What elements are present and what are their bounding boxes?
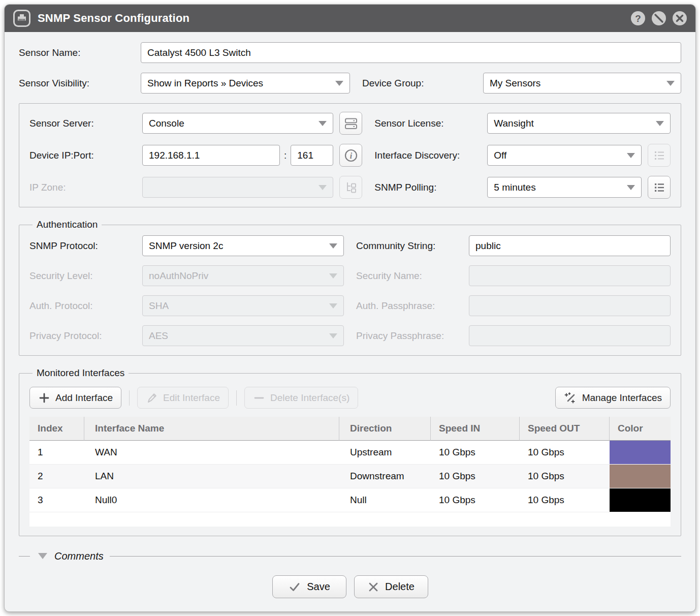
sensor-server-dropdown[interactable]: Console <box>142 113 333 134</box>
privacy-protocol-label: Privacy Protocol: <box>29 330 142 342</box>
delete-interfaces-button[interactable]: Delete Interface(s) <box>244 387 358 409</box>
checkmark-icon <box>288 580 301 594</box>
table-header-row: Index Interface Name Direction Speed IN … <box>29 417 671 441</box>
ip-zone-label: IP Zone: <box>29 182 142 193</box>
comments-section-header[interactable]: Comments <box>19 548 681 564</box>
x-icon <box>367 581 379 593</box>
delete-button[interactable]: Delete <box>354 575 428 598</box>
titlebar: SNMP Sensor Configuration ? <box>5 5 695 32</box>
list-icon <box>652 180 666 195</box>
chevron-down-icon <box>319 121 327 126</box>
snmp-sensor-configuration-dialog: SNMP Sensor Configuration ? Sensor Name: <box>4 4 696 612</box>
color-swatch <box>610 441 671 465</box>
svg-text:i: i <box>350 151 353 160</box>
magic-wand-icon <box>564 391 577 405</box>
header-index[interactable]: Index <box>29 417 84 441</box>
auth-protocol-dropdown[interactable]: SHA <box>142 295 344 316</box>
dialog-title: SNMP Sensor Configuration <box>38 12 625 25</box>
snmp-protocol-dropdown[interactable]: SNMP version 2c <box>142 235 344 256</box>
auth-passphrase-label: Auth. Passphrase: <box>356 300 469 312</box>
close-button[interactable] <box>672 11 687 26</box>
table-row[interactable]: 2 LAN Downstream 10 Gbps 10 Gbps <box>29 465 671 488</box>
sensor-license-dropdown[interactable]: Wansight <box>487 113 671 134</box>
info-button[interactable]: i <box>339 144 362 167</box>
monitored-interfaces-section: Monitored Interfaces Add Interface Edit <box>19 367 681 536</box>
help-button[interactable]: ? <box>630 11 646 26</box>
auth-protocol-label: Auth. Protocol: <box>29 300 142 312</box>
svg-text:?: ? <box>635 13 641 24</box>
sensor-visibility-label: Sensor Visibility: <box>19 78 141 89</box>
chevron-down-icon <box>329 273 337 279</box>
slashed-circle-button[interactable] <box>651 11 666 26</box>
security-name-label: Security Name: <box>356 270 469 282</box>
ip-zone-tree-button[interactable] <box>339 176 362 199</box>
table-row[interactable]: 3 Null0 Null 10 Gbps 10 Gbps <box>29 488 671 512</box>
servers-button[interactable] <box>339 112 362 135</box>
server-settings-group: Sensor Server: Console <box>19 103 681 207</box>
device-port-input[interactable] <box>291 145 333 166</box>
interface-discovery-dropdown[interactable]: Off <box>487 145 642 166</box>
security-level-dropdown[interactable]: noAuthNoPriv <box>142 265 344 286</box>
privacy-protocol-dropdown[interactable]: AES <box>142 325 344 346</box>
minus-icon <box>253 392 265 404</box>
color-swatch <box>610 488 671 512</box>
interfaces-toolbar: Add Interface Edit Interface Delete Inte… <box>29 387 671 409</box>
pencil-icon <box>146 392 158 404</box>
table-row[interactable]: 1 WAN Upstream 10 Gbps 10 Gbps <box>29 441 671 465</box>
header-speed-in[interactable]: Speed IN <box>431 417 520 441</box>
tree-icon <box>344 180 358 195</box>
interfaces-table: Index Interface Name Direction Speed IN … <box>29 417 671 527</box>
header-direction[interactable]: Direction <box>339 417 431 441</box>
chevron-down-icon <box>329 333 337 338</box>
community-string-input[interactable] <box>469 235 671 256</box>
security-name-input[interactable] <box>469 265 671 286</box>
ip-port-separator: : <box>284 150 287 161</box>
footer-buttons: Save Delete <box>19 575 681 598</box>
authentication-legend: Authentication <box>33 219 102 230</box>
sensor-visibility-dropdown[interactable]: Show in Reports » Devices <box>141 73 350 94</box>
sensor-name-input[interactable] <box>141 42 681 63</box>
header-color[interactable]: Color <box>610 417 671 441</box>
add-interface-button[interactable]: Add Interface <box>29 387 121 409</box>
toolbar-separator <box>129 390 130 406</box>
monitored-interfaces-legend: Monitored Interfaces <box>33 367 129 379</box>
info-icon: i <box>344 148 358 163</box>
snmp-protocol-label: SNMP Protocol: <box>29 240 142 252</box>
auth-passphrase-input[interactable] <box>469 295 671 316</box>
authentication-section: Authentication SNMP Protocol: SNMP versi… <box>19 219 681 356</box>
divider-line <box>110 556 681 557</box>
sensor-server-label: Sensor Server: <box>29 118 142 129</box>
discovery-list-button[interactable] <box>648 144 671 167</box>
security-level-label: Security Level: <box>29 270 142 282</box>
chevron-down-icon <box>627 153 635 158</box>
device-ip-input[interactable] <box>142 145 280 166</box>
chevron-down-icon <box>666 81 675 86</box>
header-interface-name[interactable]: Interface Name <box>84 417 339 441</box>
collapse-triangle-icon[interactable] <box>38 553 47 559</box>
snmp-polling-label: SNMP Polling: <box>374 182 487 193</box>
device-group-dropdown[interactable]: My Sensors <box>483 73 681 94</box>
edit-interface-button[interactable]: Edit Interface <box>137 387 229 409</box>
save-button[interactable]: Save <box>272 575 346 598</box>
manage-interfaces-button[interactable]: Manage Interfaces <box>555 387 671 409</box>
toolbar-separator <box>236 390 237 406</box>
device-group-label: Device Group: <box>362 78 483 89</box>
ip-zone-dropdown[interactable] <box>142 177 333 198</box>
color-swatch <box>610 465 671 488</box>
network-device-icon <box>13 9 31 27</box>
snmp-polling-dropdown[interactable]: 5 minutes <box>487 177 642 198</box>
polling-list-button[interactable] <box>648 176 671 199</box>
privacy-passphrase-input[interactable] <box>469 325 671 346</box>
privacy-passphrase-label: Privacy Passphrase: <box>356 330 469 342</box>
chevron-down-icon <box>656 121 664 126</box>
comments-label: Comments <box>54 550 104 562</box>
chevron-down-icon <box>329 303 337 309</box>
list-icon <box>652 148 666 163</box>
table-empty-area <box>29 512 671 527</box>
interface-discovery-label: Interface Discovery: <box>374 150 487 161</box>
header-speed-out[interactable]: Speed OUT <box>520 417 610 441</box>
chevron-down-icon <box>319 185 327 190</box>
sensor-license-label: Sensor License: <box>374 118 487 129</box>
servers-icon <box>344 116 358 131</box>
chevron-down-icon <box>329 243 337 249</box>
